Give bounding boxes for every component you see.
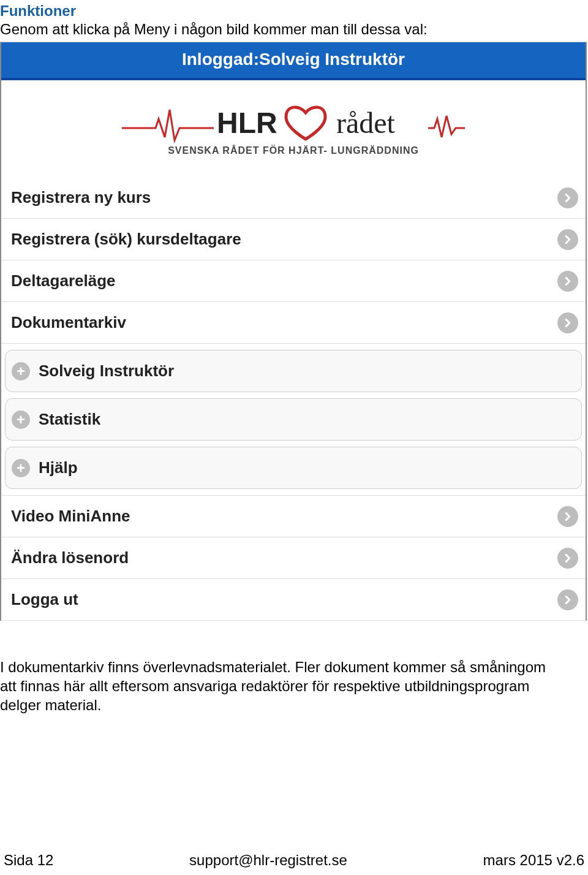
plus-icon: + (12, 459, 30, 477)
login-status-bar: Inloggad:Solveig Instruktör (1, 42, 586, 80)
menu-item-hjalp[interactable]: + Hjälp (5, 447, 582, 489)
menu-item-label: Registrera ny kurs (11, 188, 151, 206)
menu-item-andra-losenord[interactable]: Ändra lösenord (1, 537, 586, 579)
menu-item-statistik[interactable]: + Statistik (5, 398, 582, 441)
menu-item-label: Ändra lösenord (11, 548, 129, 567)
svg-text:rådet: rådet (336, 107, 396, 139)
chevron-right-icon (557, 188, 578, 208)
menu-item-label: Registrera (sök) kursdeltagare (11, 230, 241, 248)
section-title: Funktioner (0, 0, 588, 21)
body-paragraph: I dokumentarkiv finns överlevnadsmateria… (0, 657, 588, 715)
chevron-right-icon (557, 506, 578, 527)
menu-item-label: Dokumentarkiv (11, 313, 126, 331)
menu-item-solveig-instruktor[interactable]: + Solveig Instruktör (5, 350, 582, 392)
intro-text: Genom att klicka på Meny i någon bild ko… (0, 21, 588, 42)
footer-page: Sida 12 (4, 852, 53, 869)
menu-item-registrera-ny-kurs[interactable]: Registrera ny kurs (1, 177, 586, 219)
menu-item-label: Solveig Instruktör (39, 362, 174, 380)
menu-list: Registrera ny kurs Registrera (sök) kurs… (1, 177, 586, 621)
chevron-right-icon (557, 589, 578, 610)
menu-item-video-minianne[interactable]: Video MiniAnne (1, 495, 586, 537)
chevron-right-icon (557, 548, 578, 569)
menu-item-deltagarelage[interactable]: Deltagareläge (1, 260, 586, 302)
hlr-logo: HLR rådet SVENSKA RÅDET FÖR HJÄRT- LUNGR… (122, 97, 465, 165)
menu-item-label: Video MiniAnne (11, 507, 130, 525)
menu-item-registrera-sok-kursdeltagare[interactable]: Registrera (sök) kursdeltagare (1, 219, 586, 260)
menu-item-label: Deltagareläge (11, 271, 116, 290)
chevron-right-icon (557, 229, 578, 250)
chevron-right-icon (557, 271, 578, 292)
svg-text:SVENSKA RÅDET FÖR HJÄRT- LUNGR: SVENSKA RÅDET FÖR HJÄRT- LUNGRÄDDNING (168, 145, 419, 156)
footer-version: mars 2015 v2.6 (483, 852, 584, 869)
svg-text:HLR: HLR (217, 107, 277, 139)
logo-area: HLR rådet SVENSKA RÅDET FÖR HJÄRT- LUNGR… (1, 80, 586, 177)
menu-item-logga-ut[interactable]: Logga ut (1, 579, 586, 621)
menu-item-label: Hjälp (39, 458, 78, 477)
menu-item-dokumentarkiv[interactable]: Dokumentarkiv (1, 302, 586, 344)
plus-icon: + (12, 411, 30, 429)
plus-icon: + (12, 362, 30, 381)
footer-email: support@hlr-registret.se (53, 852, 483, 869)
app-screenshot: Inloggad:Solveig Instruktör HLR rådet SV… (0, 42, 587, 621)
chevron-right-icon (557, 312, 578, 333)
menu-item-label: Statistik (39, 410, 100, 428)
menu-item-label: Logga ut (11, 590, 78, 608)
page-footer: Sida 12 support@hlr-registret.se mars 20… (0, 852, 588, 869)
